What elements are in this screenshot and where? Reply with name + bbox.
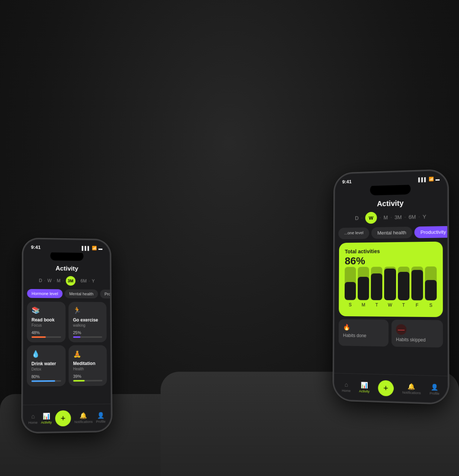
nav-home-right[interactable]: ⌂ Home [342, 381, 351, 393]
nav-notifications-left[interactable]: 🔔 Notifications [74, 412, 92, 424]
progress-water [31, 380, 61, 382]
status-time-right: 9:41 [342, 179, 352, 184]
fill-exercise [73, 336, 80, 338]
bar-label-m: M [361, 302, 365, 308]
filter-d-left[interactable]: D [39, 278, 42, 283]
screen-right: Activity D • W • M • 3M • 6M • Y ...one … [334, 184, 448, 403]
filter-3m-right[interactable]: 3M [395, 214, 402, 220]
battery-icon-left: ▬ [98, 246, 102, 250]
habits-row: 🔥 Habits done — Habits skipped [334, 319, 447, 348]
bar-chart: S M T [345, 270, 437, 308]
activity-grid-left: 📚 Read book Focus 48% 🏃 Go exercise walk… [23, 302, 111, 387]
tab-productivity-right[interactable]: Productivity [414, 226, 447, 238]
phone-right: 9:41 ▌▌▌ 📶 ▬ Activity D • W • M • 3M • [333, 169, 449, 404]
status-icons-right: ▌▌▌ 📶 ▬ [418, 177, 440, 182]
status-bar-left: 9:41 ▌▌▌ 📶 ▬ [23, 239, 110, 253]
habits-skipped-card: — Habits skipped [392, 320, 443, 348]
signal-icon-right: ▌▌▌ [418, 177, 427, 182]
filter-3m-left[interactable]: 3M [66, 276, 75, 286]
bar-t1: T [371, 267, 383, 308]
card-sub-read-book: Focus [32, 323, 61, 327]
filter-m-right[interactable]: M [383, 215, 388, 220]
habits-done-card: 🔥 Habits done [339, 319, 389, 347]
fire-icon: 🔥 [343, 324, 384, 331]
card-name-exercise: Go exercise [73, 317, 102, 323]
signal-icon-left: ▌▌▌ [82, 246, 91, 250]
bar-fill-w [384, 268, 396, 300]
card-name-read-book: Read book [32, 317, 61, 323]
tab-productivity-left[interactable]: Produc... [100, 289, 110, 298]
bar-label-t1: T [375, 302, 378, 308]
time-filter-left: D • W • M • 3M • 6M • Y [23, 276, 110, 286]
tab-mental-health-right[interactable]: Mental health [371, 227, 412, 239]
phone-frame-right: 9:41 ▌▌▌ 📶 ▬ Activity D • W • M • 3M • [333, 169, 449, 404]
card-name-water: Drink water [31, 361, 61, 366]
nav-notifications-label-left: Notifications [75, 420, 93, 424]
nav-home-left[interactable]: ⌂ Home [28, 413, 38, 424]
minus-icon: — [396, 324, 406, 335]
progress-meditation [73, 380, 102, 382]
tab-hormone-right[interactable]: ...one level [338, 228, 369, 239]
bar-fill-f [411, 270, 423, 301]
bar-fill-s2 [425, 280, 437, 301]
progress-exercise [73, 336, 102, 338]
home-icon-left: ⌂ [31, 413, 35, 420]
filter-m-left[interactable]: M [57, 278, 60, 283]
bar-fill-t2 [398, 272, 409, 300]
meditation-icon: 🧘 [73, 350, 102, 358]
time-filter-right: D • W • M • 3M • 6M • Y [335, 210, 447, 225]
filter-w-left[interactable]: W [47, 278, 51, 283]
nav-activity-label-right: Activity [359, 389, 370, 393]
card-pct-read-book: 48% [32, 330, 61, 335]
card-sub-water: Detox [31, 367, 61, 371]
nav-profile-label-left: Profile [96, 420, 105, 424]
bar-t2: T [398, 267, 409, 308]
chart-percent: 86% [345, 254, 437, 267]
bar-label-w: W [388, 302, 392, 308]
nav-notifications-right[interactable]: 🔔 Notifications [402, 383, 421, 395]
home-icon-right: ⌂ [345, 381, 348, 388]
tab-mental-health-left[interactable]: Mental health [65, 289, 98, 298]
filter-y-left[interactable]: Y [92, 279, 95, 284]
chart-title: Total activities [345, 248, 437, 254]
nav-profile-right[interactable]: 👤 Profile [430, 383, 439, 396]
bar-fill-s1 [345, 282, 356, 300]
card-pct-meditation: 39% [73, 374, 102, 379]
bottom-nav-right: ⌂ Home 📊 Activity + 🔔 Notifications 👤 Pr… [334, 373, 448, 403]
wifi-icon-right: 📶 [429, 177, 434, 181]
nav-activity-label-left: Activity [41, 421, 52, 425]
status-time-left: 9:41 [31, 244, 41, 250]
add-button-right[interactable]: + [378, 380, 394, 396]
status-icons-left: ▌▌▌ 📶 ▬ [82, 245, 102, 251]
nav-activity-left[interactable]: 📊 Activity [41, 412, 52, 424]
filter-d-right[interactable]: D [355, 215, 359, 221]
notifications-icon-left: 🔔 [80, 412, 87, 419]
filter-y-right[interactable]: Y [422, 214, 426, 220]
card-pct-water: 80% [31, 374, 61, 379]
bar-f: F [411, 267, 423, 308]
card-sub-exercise: walking [73, 323, 102, 327]
nav-activity-right[interactable]: 📊 Activity [359, 381, 370, 393]
nav-add-left[interactable]: + [55, 410, 71, 426]
wifi-icon-left: 📶 [92, 246, 97, 251]
filter-w-right[interactable]: W [365, 212, 377, 224]
filter-6m-right[interactable]: 6M [409, 214, 416, 220]
bar-label-s2: S [429, 303, 432, 308]
filter-6m-left[interactable]: 6M [80, 278, 87, 283]
nav-home-label-left: Home [28, 421, 38, 425]
fill-water [31, 380, 55, 382]
water-icon: 💧 [31, 350, 61, 358]
bottom-nav-left: ⌂ Home 📊 Activity + 🔔 Notifications 👤 Pr… [23, 404, 111, 432]
card-read-book: 📚 Read book Focus 48% [27, 302, 66, 342]
category-tabs-left: Hormone level Mental health Produc... [23, 289, 110, 298]
phone-frame-left: 9:41 ▌▌▌ 📶 ▬ Activity D • W • M • 3M • [22, 238, 112, 433]
add-button-left[interactable]: + [55, 410, 71, 426]
bar-w: W [384, 267, 396, 308]
nav-add-right[interactable]: + [378, 380, 394, 396]
tab-hormone-level-left[interactable]: Hormone level [27, 289, 63, 298]
bar-label-t2: T [402, 302, 405, 308]
profile-icon-right: 👤 [431, 383, 439, 391]
bar-s2: S [425, 266, 437, 308]
nav-profile-left[interactable]: 👤 Profile [96, 412, 106, 423]
phone-left: 9:41 ▌▌▌ 📶 ▬ Activity D • W • M • 3M • [22, 238, 112, 433]
